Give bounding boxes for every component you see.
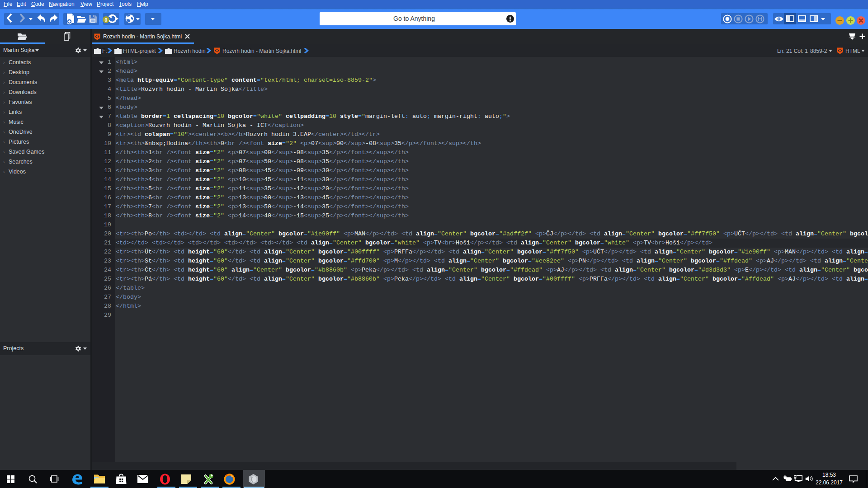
svg-text:0: 0: [105, 17, 108, 23]
